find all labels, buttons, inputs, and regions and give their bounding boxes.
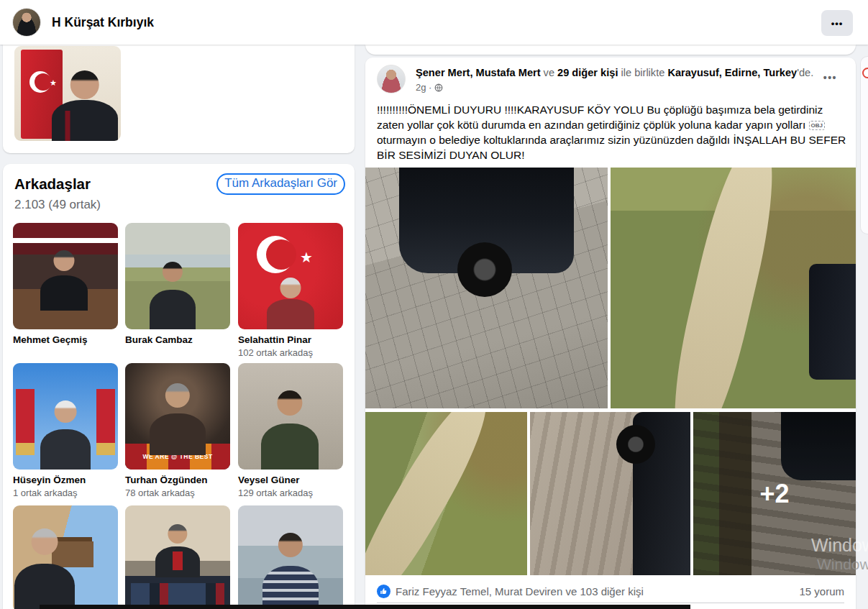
- crescent-graphic: [29, 71, 51, 93]
- wheel-graphic: [457, 242, 512, 297]
- previous-card-bottom: [365, 45, 856, 55]
- books-graphic: [131, 583, 224, 608]
- friend-mutual: 78 ortak arkadaş: [125, 487, 230, 498]
- post-footer: Fariz Feyyaz Temel, Murat Deviren ve 103…: [377, 580, 844, 603]
- friend-name[interactable]: Turhan Özgünden: [125, 475, 230, 485]
- friend-mutual: 129 ortak arkadaş: [238, 487, 343, 498]
- friend-tile: WE ARE @ THE BEST Turhan Özgünden 78 ort…: [125, 363, 230, 498]
- post-photo-muddy-road-car[interactable]: [530, 412, 690, 575]
- friend-tile: Veysel Güner 129 ortak arkadaş: [238, 363, 343, 498]
- person-graphic: [267, 278, 314, 329]
- friend-photo-hillside[interactable]: [13, 505, 118, 609]
- post-location-link[interactable]: Karayusuf, Edirne, Turkey: [667, 67, 797, 78]
- friends-card: Arkadaşlar 2.103 (49 ortak) Tüm Arkadaşl…: [3, 164, 355, 609]
- page-title: H Kürşat Kırbıyık: [52, 0, 154, 45]
- comments-count[interactable]: 15 yorum: [799, 585, 844, 597]
- friend-tile: [125, 505, 230, 609]
- like-icon: [377, 585, 390, 598]
- more-photos-count: +2: [759, 479, 789, 509]
- clipped-side-panel: [860, 56, 868, 234]
- friend-name[interactable]: Burak Cambaz: [125, 334, 230, 345]
- post-tagged-others[interactable]: 29 diğer kişi: [557, 67, 618, 78]
- car-graphic: [809, 264, 856, 380]
- person-graphic: [40, 400, 91, 470]
- wheel-graphic: [616, 425, 655, 464]
- ellipsis-icon: •••: [831, 18, 844, 29]
- ellipsis-icon: •••: [823, 72, 837, 83]
- tie-graphic: [65, 111, 70, 141]
- divider: [377, 603, 844, 603]
- see-all-friends-link[interactable]: Tüm Arkadaşları Gör: [216, 173, 345, 195]
- friend-photo-lake[interactable]: [125, 223, 230, 329]
- friends-title: Arkadaşlar: [14, 175, 91, 193]
- friend-tile: Mehmet Geçmiş: [13, 223, 118, 347]
- post-card: Şener Mert, Mustafa Mert ve 29 diğer kiş…: [365, 58, 856, 609]
- friend-name[interactable]: Selahattin Pinar: [238, 334, 343, 345]
- post-photo-grid: +2: [365, 168, 856, 575]
- friend-mutual: 1 ortak arkadaş: [13, 487, 118, 498]
- person-graphic: [150, 262, 196, 329]
- person-graphic: [14, 528, 75, 609]
- profile-avatar[interactable]: [12, 8, 41, 37]
- globe-icon: [434, 83, 443, 92]
- road-graphic: [659, 168, 787, 408]
- road-graphic: [365, 412, 501, 575]
- friend-tile: ★ Selahattin Pinar 102 ortak arkadaş: [238, 223, 343, 358]
- friend-tile: Hüseyin Özmen 1 ortak arkadaş: [13, 363, 118, 498]
- profile-flag-photo[interactable]: ★: [14, 46, 121, 141]
- person-graphic: [262, 533, 319, 609]
- post-body-text: !!!!!!!!!!ÖNEMLİ DUYURU !!!!KARAYUSUF KÖ…: [377, 102, 849, 162]
- friend-photo-seaside[interactable]: [238, 505, 343, 609]
- background-window-edge: [40, 605, 690, 609]
- friends-count: 2.103 (49 ortak): [14, 198, 101, 212]
- windows-watermark-line2: Windows: [817, 556, 868, 573]
- facebook-profile-page: H Kürşat Kırbıyık ••• ★ Arkadaşlar 2.103…: [0, 0, 868, 609]
- page-header: H Kürşat Kırbıyık •••: [0, 0, 868, 45]
- friend-photo-turkish-flag[interactable]: ★: [238, 223, 343, 329]
- post-photo-cracked-road-car[interactable]: [365, 168, 608, 408]
- clipped-red-icon: [862, 68, 868, 78]
- post-timestamp[interactable]: 2g ·: [416, 82, 431, 93]
- post-photo-gravel-road-fields[interactable]: [611, 168, 856, 408]
- windows-watermark-line1: Windows: [811, 535, 868, 556]
- page-more-button[interactable]: •••: [821, 10, 853, 36]
- friend-tile: [238, 505, 343, 609]
- friend-name[interactable]: Veysel Güner: [238, 475, 343, 485]
- star-graphic: ★: [300, 249, 313, 266]
- friend-photo-phone[interactable]: [238, 363, 343, 470]
- red-scarf-graphic: [173, 551, 183, 570]
- flag-graphic: [96, 389, 115, 455]
- flag-graphic: [16, 389, 35, 455]
- friend-photo-office-desk[interactable]: [125, 505, 230, 609]
- friend-tile: [13, 505, 118, 609]
- post-author-avatar[interactable]: [377, 65, 406, 93]
- person-graphic: [261, 390, 319, 470]
- person-graphic: [150, 383, 206, 455]
- friend-photo-scarf[interactable]: WE ARE @ THE BEST: [125, 363, 230, 470]
- friend-name[interactable]: Hüseyin Özmen: [13, 475, 118, 485]
- friend-mutual: 102 ortak arkadaş: [238, 347, 343, 358]
- person-graphic: [40, 250, 88, 311]
- post-header-text: Şener Mert, Mustafa Mert ve 29 diğer kiş…: [416, 67, 836, 78]
- post-author-names[interactable]: Şener Mert, Mustafa Mert: [416, 67, 541, 78]
- reactions-summary[interactable]: Fariz Feyyaz Temel, Murat Deviren ve 103…: [396, 585, 799, 597]
- post-meta: 2g ·: [416, 82, 443, 93]
- friend-name[interactable]: Mehmet Geçmiş: [13, 334, 118, 345]
- crescent-graphic: [257, 236, 294, 273]
- friend-photo-podium[interactable]: [13, 223, 118, 329]
- missing-glyph-box: OBJ: [809, 121, 825, 130]
- photos-card: ★: [3, 45, 355, 153]
- post-photo-country-road[interactable]: [365, 412, 527, 575]
- friend-photo-flags-sky[interactable]: [13, 363, 118, 470]
- post-more-button[interactable]: •••: [819, 69, 841, 86]
- person-graphic: [52, 70, 118, 141]
- friend-tile: Burak Cambaz: [125, 223, 230, 347]
